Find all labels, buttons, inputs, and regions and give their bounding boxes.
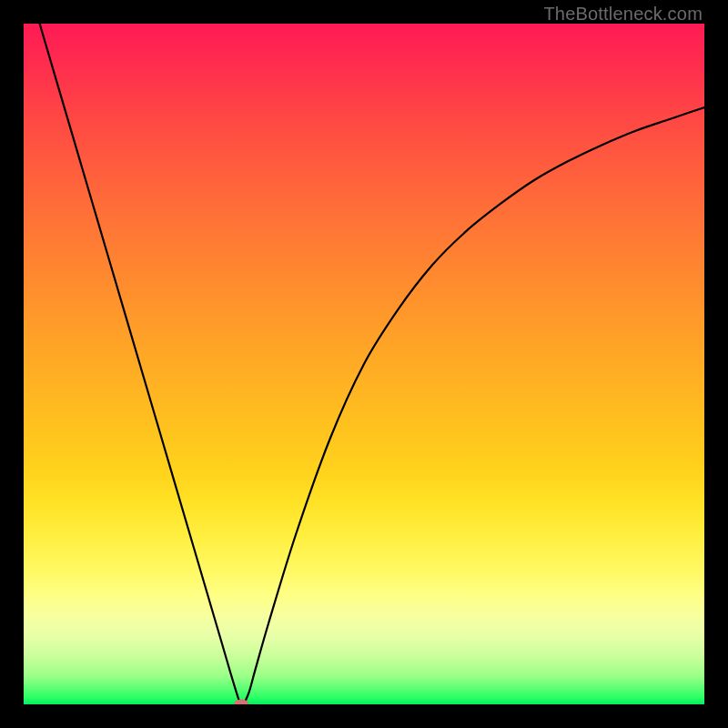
bottleneck-curve (24, 24, 704, 704)
optimum-marker (235, 699, 249, 704)
chart-frame: TheBottleneck.com (0, 0, 728, 728)
watermark-text: TheBottleneck.com (543, 4, 703, 25)
plot-area (24, 24, 704, 704)
